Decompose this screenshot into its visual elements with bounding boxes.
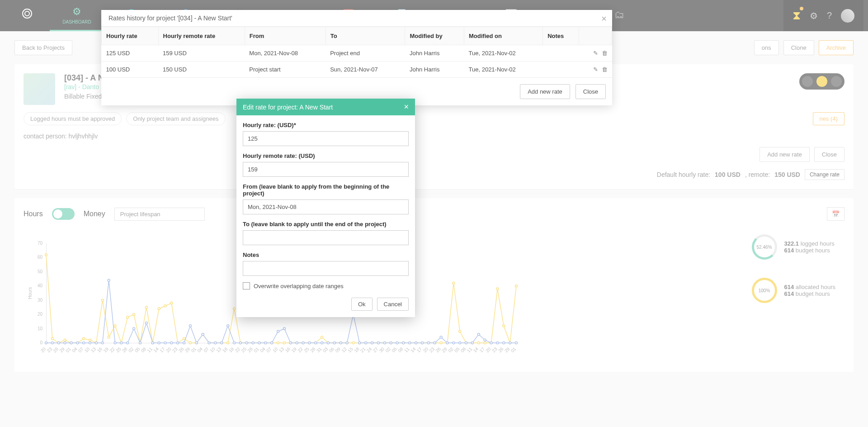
add-rate-button-2[interactable]: Add new rate [520, 84, 570, 99]
to-label: To (leave blank to apply until the end o… [243, 221, 409, 228]
table-cell [543, 62, 579, 78]
overwrite-check[interactable]: Overwrite overlapping date ranges [243, 282, 409, 289]
from-input[interactable] [243, 199, 409, 214]
notes-label: Notes [243, 251, 409, 258]
table-cell: Project start [245, 62, 326, 78]
hourly-remote-label: Hourly remote rate: (USD) [243, 152, 409, 159]
table-cell: Mon, 2021-Nov-08 [245, 45, 326, 62]
table-cell: 125 USD [102, 45, 159, 62]
cancel-button[interactable]: Cancel [377, 298, 409, 311]
hourly-remote-input[interactable] [243, 162, 409, 177]
table-row: 125 USD159 USDMon, 2021-Nov-08Project en… [102, 45, 612, 62]
rates-col-header: Modified on [464, 27, 543, 45]
rates-col-header: Hourly rate [102, 27, 159, 45]
rates-col-header: Notes [543, 27, 579, 45]
table-cell: Tue, 2021-Nov-02 [464, 45, 543, 62]
rates-col-actions [579, 27, 612, 45]
rates-history-panel: Rates history for project '[034] - A New… [101, 10, 612, 105]
table-row: 100 USD150 USDProject startSun, 2021-Nov… [102, 62, 612, 78]
dialog-close-icon[interactable]: × [404, 102, 409, 112]
hourly-rate-label: Hourly rate: (USD)* [243, 122, 409, 128]
rates-table: Hourly rateHourly remote rateFromToModif… [101, 27, 612, 78]
edit-icon[interactable]: ✎ [593, 66, 598, 73]
table-cell: Project end [326, 45, 405, 62]
overwrite-label: Overwrite overlapping date ranges [254, 283, 344, 289]
table-cell: 159 USD [158, 45, 245, 62]
rates-col-header: Modified by [405, 27, 464, 45]
dialog-header: Edit rate for project: A New Start × [236, 99, 415, 115]
dialog-title: Edit rate for project: A New Start [243, 104, 333, 111]
table-cell: John Harris [405, 45, 464, 62]
table-cell: 100 USD [102, 62, 159, 78]
hourly-rate-input[interactable] [243, 131, 409, 146]
dialog-footer: Ok Cancel [243, 298, 409, 311]
rates-col-header: To [326, 27, 405, 45]
rates-panel-close-icon[interactable]: × [601, 14, 607, 24]
notes-input[interactable] [243, 261, 409, 276]
edit-rate-dialog: Edit rate for project: A New Start × Hou… [236, 99, 415, 317]
to-input[interactable] [243, 230, 409, 245]
delete-icon[interactable]: 🗑 [602, 50, 608, 57]
rates-col-header: Hourly remote rate [158, 27, 245, 45]
table-cell: 150 USD [158, 62, 245, 78]
table-cell [543, 45, 579, 62]
rates-panel-title: Rates history for project '[034] - A New… [101, 10, 612, 27]
delete-icon[interactable]: 🗑 [602, 66, 608, 73]
dialog-body: Hourly rate: (USD)* Hourly remote rate: … [236, 115, 415, 317]
rates-title-text: Rates history for project '[034] - A New… [108, 14, 232, 22]
from-label: From (leave blank to apply from the begi… [243, 183, 409, 197]
close-button-2[interactable]: Close [576, 84, 606, 99]
ok-button[interactable]: Ok [351, 298, 373, 311]
table-cell: Sun, 2021-Nov-07 [326, 62, 405, 78]
checkbox-icon[interactable] [243, 282, 250, 289]
rates-col-header: From [245, 27, 326, 45]
table-cell: Tue, 2021-Nov-02 [464, 62, 543, 78]
table-cell: John Harris [405, 62, 464, 78]
edit-icon[interactable]: ✎ [593, 50, 598, 57]
